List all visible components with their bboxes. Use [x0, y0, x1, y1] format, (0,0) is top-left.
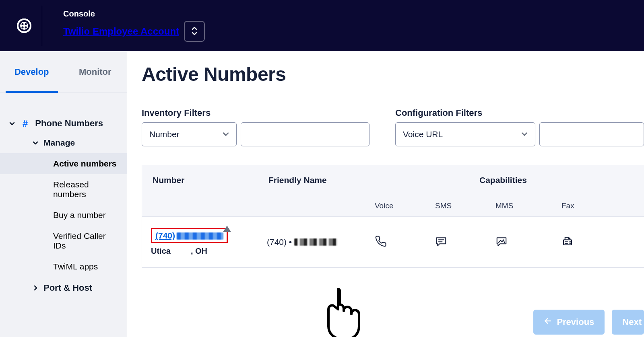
table-row: (740) Utica, OH (740) •: [142, 217, 644, 267]
tab-monitor[interactable]: Monitor: [64, 51, 127, 92]
top-bar: Console Twilio Employee Account: [0, 0, 644, 51]
location-suffix: , OH: [191, 247, 207, 255]
triangle-marker-icon: [223, 226, 231, 232]
previous-label: Previous: [557, 317, 594, 327]
next-label: Next: [622, 317, 642, 327]
inventory-filter-select[interactable]: Number: [142, 122, 237, 146]
nav-phone-numbers[interactable]: # Phone Numbers: [0, 115, 127, 132]
nav-twiml-apps[interactable]: TwiML apps: [0, 256, 127, 277]
mms-icon: [495, 235, 508, 249]
sms-icon: [435, 235, 447, 249]
subcol-voice: Voice: [375, 195, 435, 216]
col-friendly-name: Friendly Name: [258, 165, 375, 195]
redacted-icon: [171, 249, 191, 255]
previous-button[interactable]: Previous: [533, 310, 605, 335]
chevron-down-icon: [223, 129, 229, 139]
col-capabilities: Capabilities: [375, 165, 644, 195]
logo[interactable]: [17, 18, 31, 33]
svg-point-12: [570, 241, 571, 242]
nav-phone-numbers-label: Phone Numbers: [35, 118, 103, 129]
friendly-name-prefix: (740) •: [267, 237, 292, 247]
subcol-fax: Fax: [561, 195, 618, 216]
svg-point-6: [25, 26, 27, 28]
svg-point-3: [21, 23, 23, 25]
svg-point-4: [25, 23, 27, 25]
nav-manage[interactable]: Manage: [0, 132, 127, 153]
phone-number-prefix: (740): [155, 231, 175, 240]
inventory-filter-input[interactable]: [241, 122, 369, 146]
next-button[interactable]: Next: [612, 310, 644, 335]
col-number: Number: [142, 165, 258, 195]
chevron-down-icon: [521, 129, 528, 139]
redacted-icon: [177, 232, 223, 240]
svg-point-2: [20, 22, 28, 30]
nav-item-label: Verified Caller IDs: [53, 231, 106, 250]
nav-released-numbers[interactable]: Released numbers: [0, 174, 127, 205]
nav-item-label: Buy a number: [53, 210, 106, 220]
svg-point-5: [21, 26, 23, 28]
sidebar: Develop Monitor # Phone Numbers Manage A…: [0, 51, 127, 337]
nav-port-host-label: Port & Host: [43, 283, 92, 293]
nav-manage-label: Manage: [43, 138, 75, 148]
nav-item-label: Released numbers: [53, 180, 89, 199]
account-name-link[interactable]: Twilio Employee Account: [63, 26, 179, 37]
inventory-filters: Inventory Filters Number: [142, 108, 369, 146]
subcol-mms: MMS: [495, 195, 561, 216]
pagination: Previous Next: [533, 310, 644, 335]
chevron-up-down-icon: [192, 26, 197, 37]
configuration-filters-label: Configuration Filters: [395, 108, 644, 118]
phone-number-location: Utica, OH: [151, 247, 267, 256]
fax-icon: [561, 235, 574, 249]
arrow-left-icon: [544, 317, 552, 327]
svg-point-13: [570, 243, 571, 244]
cursor-pointer-icon: [318, 286, 362, 337]
inventory-filter-value: Number: [149, 129, 180, 139]
divider: [42, 6, 42, 46]
chevron-right-icon: [32, 285, 39, 291]
phone-number-link[interactable]: (740): [155, 231, 223, 240]
chevron-down-icon: [9, 120, 15, 127]
number-highlight-box: (740): [151, 228, 228, 243]
nav-tree: # Phone Numbers Manage Active numbers Re…: [0, 93, 127, 299]
tab-develop[interactable]: Develop: [0, 51, 64, 92]
hash-icon: #: [23, 118, 28, 129]
config-filter-input[interactable]: [539, 122, 644, 146]
inventory-filters-label: Inventory Filters: [142, 108, 369, 118]
config-filter-select[interactable]: Voice URL: [395, 122, 535, 146]
nav-verified-caller-ids[interactable]: Verified Caller IDs: [0, 226, 127, 256]
console-label: Console: [63, 9, 205, 18]
configuration-filters: Configuration Filters Voice URL: [395, 108, 644, 146]
nav-item-label: Active numbers: [53, 159, 117, 168]
redacted-icon: [294, 238, 338, 246]
account-switcher-button[interactable]: [184, 21, 205, 42]
twilio-logo-icon: [17, 18, 31, 33]
location-prefix: Utica: [151, 247, 171, 255]
friendly-name-cell: (740) •: [267, 237, 375, 247]
page-title: Active Numbers: [142, 63, 644, 85]
sidebar-tabs: Develop Monitor: [0, 51, 127, 93]
chevron-down-icon: [32, 140, 39, 146]
nav-item-label: TwiML apps: [53, 262, 98, 271]
phone-icon: [375, 235, 387, 249]
nav-port-host[interactable]: Port & Host: [0, 277, 127, 299]
subcol-sms: SMS: [435, 195, 495, 216]
config-filter-value: Voice URL: [403, 129, 443, 139]
main-content: Active Numbers Inventory Filters Number …: [127, 51, 644, 337]
nav-buy-number[interactable]: Buy a number: [0, 205, 127, 226]
nav-active-numbers[interactable]: Active numbers: [0, 153, 127, 174]
numbers-table: Number Friendly Name Capabilities Voice …: [142, 165, 644, 268]
